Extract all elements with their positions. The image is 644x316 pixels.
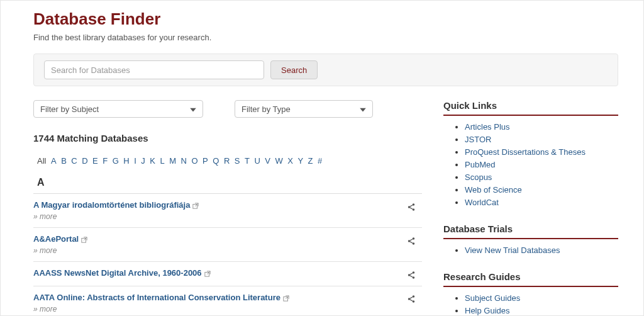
alpha-letter[interactable]: W (275, 156, 282, 166)
svg-point-10 (408, 274, 411, 276)
quicklink[interactable]: Web of Science (465, 185, 522, 195)
database-row: AATA Online: Abstracts of International … (33, 286, 422, 316)
alpha-letter[interactable]: B (61, 156, 67, 166)
svg-point-3 (413, 208, 415, 211)
page-subtitle: Find the best library databases for your… (33, 33, 618, 42)
database-row: AAASS NewsNet Digital Archive, 1960-2006 (33, 262, 422, 286)
alpha-letter[interactable]: G (113, 156, 119, 166)
chevron-down-icon (360, 104, 366, 114)
alpha-nav: AllABCDEFGHIJKLMNOPQRSTUVWXYZ# (33, 152, 422, 174)
external-link-icon (192, 201, 199, 209)
svg-point-15 (413, 300, 415, 303)
share-icon[interactable] (407, 235, 416, 245)
alpha-letter[interactable]: C (71, 156, 77, 166)
svg-point-13 (413, 295, 415, 298)
database-link[interactable]: AATA Online: Abstracts of International … (33, 293, 280, 302)
alpha-letter[interactable]: T (245, 156, 250, 166)
svg-point-9 (413, 271, 415, 274)
results-count: 1744 Matching Databases (33, 133, 422, 144)
divider (443, 286, 618, 287)
external-link-icon (204, 269, 211, 277)
external-link-icon (283, 294, 289, 302)
alpha-letter[interactable]: Q (213, 156, 219, 166)
share-icon[interactable] (407, 269, 416, 279)
quicklinks-heading: Quick Links (443, 100, 618, 111)
quicklink[interactable]: Articles Plus (465, 122, 510, 132)
alpha-letter[interactable]: J (141, 156, 145, 166)
alpha-letter[interactable]: U (254, 156, 260, 166)
filter-type-label: Filter by Type (242, 104, 291, 114)
quicklink[interactable]: PubMed (465, 160, 495, 169)
alpha-letter[interactable]: Z (308, 156, 313, 166)
search-button[interactable]: Search (270, 60, 318, 79)
alpha-letter[interactable]: A (51, 156, 57, 166)
share-icon[interactable] (407, 294, 416, 304)
svg-point-11 (413, 276, 415, 279)
list-item: JSTOR (465, 135, 618, 144)
divider (443, 115, 618, 116)
alpha-letter[interactable]: R (224, 156, 230, 166)
external-link-icon (81, 235, 87, 243)
more-toggle[interactable]: » more (33, 305, 407, 313)
search-bar: Search (33, 54, 618, 86)
chevron-down-icon (190, 104, 196, 114)
quicklink[interactable]: JSTOR (465, 135, 491, 144)
search-input[interactable] (44, 60, 264, 79)
svg-point-2 (408, 206, 411, 208)
database-row: A&AePortal» more (33, 228, 422, 262)
alpha-letter[interactable]: All (37, 156, 46, 166)
database-link[interactable]: A Magyar irodalomtörténet bibliográfiája (33, 200, 190, 210)
list-item: PubMed (465, 160, 618, 169)
quicklink[interactable]: WorldCat (465, 198, 499, 207)
svg-point-7 (413, 242, 415, 245)
filter-subject-label: Filter by Subject (40, 104, 99, 114)
alpha-letter[interactable]: K (150, 156, 155, 166)
list-item: Web of Science (465, 185, 618, 195)
alpha-letter[interactable]: P (203, 156, 208, 166)
guide-link[interactable]: Subject Guides (465, 293, 520, 303)
alpha-letter[interactable]: S (235, 156, 240, 166)
database-link[interactable]: A&AePortal (33, 234, 79, 244)
alpha-letter[interactable]: Y (297, 156, 303, 166)
alpha-letter[interactable]: E (92, 156, 98, 166)
alpha-letter[interactable]: N (181, 156, 187, 166)
trial-link[interactable]: View New Trial Databases (465, 245, 560, 255)
alpha-letter[interactable]: X (287, 156, 293, 166)
trials-heading: Database Trials (443, 223, 618, 234)
database-link[interactable]: AAASS NewsNet Digital Archive, 1960-2006 (33, 268, 202, 278)
svg-point-14 (408, 298, 411, 300)
section-letter: A (33, 174, 422, 194)
quicklink[interactable]: ProQuest Dissertations & Theses (465, 147, 586, 157)
share-icon[interactable] (407, 201, 416, 212)
alpha-letter[interactable]: F (103, 156, 108, 166)
list-item: Articles Plus (465, 122, 618, 132)
svg-point-1 (413, 203, 415, 206)
more-toggle[interactable]: » more (33, 212, 407, 221)
svg-point-5 (413, 237, 415, 240)
list-item: Subject Guides (465, 293, 618, 303)
list-item: Help Guides (465, 306, 618, 315)
divider (443, 238, 618, 239)
list-item: WorldCat (465, 198, 618, 207)
list-item: Scopus (465, 172, 618, 182)
more-toggle[interactable]: » more (33, 246, 407, 255)
alpha-letter[interactable]: L (160, 156, 165, 166)
list-item: ProQuest Dissertations & Theses (465, 147, 618, 157)
filter-subject-select[interactable]: Filter by Subject (33, 100, 203, 118)
svg-point-6 (408, 240, 411, 242)
database-row: A Magyar irodalomtörténet bibliográfiája… (33, 194, 422, 228)
quicklink[interactable]: Scopus (465, 172, 492, 182)
guide-link[interactable]: Help Guides (465, 306, 510, 315)
guides-heading: Research Guides (443, 271, 618, 282)
page-title: Database Finder (33, 9, 618, 29)
alpha-letter[interactable]: D (82, 156, 87, 166)
alpha-letter[interactable]: I (134, 156, 136, 166)
alpha-letter[interactable]: M (169, 156, 176, 166)
filter-type-select[interactable]: Filter by Type (235, 100, 373, 118)
alpha-letter[interactable]: V (265, 156, 270, 166)
alpha-letter[interactable]: O (191, 156, 197, 166)
list-item: View New Trial Databases (465, 245, 618, 255)
alpha-letter[interactable]: # (318, 156, 322, 166)
alpha-letter[interactable]: H (123, 156, 129, 166)
